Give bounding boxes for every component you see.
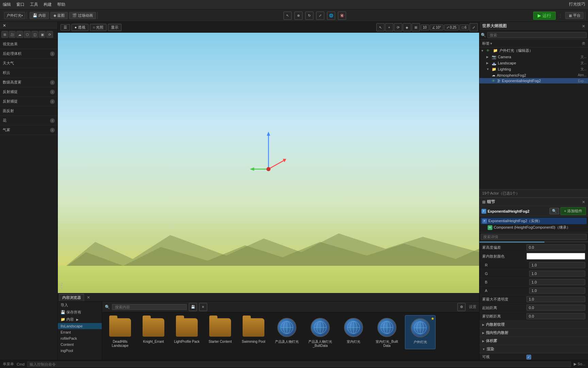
- section-volumetric-fog[interactable]: ▶ 体积雾: [479, 337, 588, 345]
- details-search-btn[interactable]: 🔍: [550, 208, 559, 214]
- menu-build[interactable]: 构建: [44, 2, 52, 7]
- select-tool-btn[interactable]: ↖: [283, 12, 292, 20]
- tree-atmospheric-fog[interactable]: ☁ AtmosphericFog2 Atm...: [479, 72, 588, 78]
- bottom-tab-close[interactable]: ✕: [86, 295, 91, 300]
- visible-checkbox[interactable]: ✓: [526, 355, 531, 359]
- outliner-close[interactable]: ✕: [582, 24, 585, 29]
- vp-camera-btn[interactable]: ◈: [403, 23, 411, 31]
- scale-val: 0.25: [450, 26, 456, 29]
- toolbar-blueprint-btn[interactable]: ◈ 蓝图: [50, 12, 68, 19]
- r-input[interactable]: [529, 262, 585, 268]
- vp-scale-val[interactable]: ⤢ 0.25: [444, 25, 459, 30]
- tree-item-content2[interactable]: Content: [58, 341, 102, 348]
- b-input[interactable]: [529, 279, 585, 285]
- tool-icon-7[interactable]: ⟳: [46, 31, 53, 38]
- vp-menu-btn[interactable]: ☰: [61, 24, 70, 31]
- fog-max-opacity-input[interactable]: [526, 296, 585, 302]
- menu-tools[interactable]: 工具: [30, 2, 38, 7]
- tree-landscape[interactable]: ▶ 🗻 Landscape 文...: [479, 60, 588, 66]
- tool-icon-4[interactable]: ⬡: [24, 31, 31, 38]
- tree-camera[interactable]: ▶ 📷 Camera 文...: [479, 54, 588, 60]
- comp-instance[interactable]: F ExponentialHeightFog2（实例）: [481, 218, 587, 224]
- menu-window[interactable]: 窗口: [16, 2, 24, 7]
- vp-snap-btn[interactable]: ⟳: [394, 23, 402, 31]
- a-input[interactable]: [529, 288, 585, 294]
- left-panel-close[interactable]: ✕: [3, 23, 6, 28]
- content-browser-tab[interactable]: 内容浏览器: [59, 294, 84, 301]
- file-item[interactable]: 室内灯光: [338, 315, 369, 349]
- tree-lighting[interactable]: ▼ 📁 Lighting 文...: [479, 66, 588, 72]
- vp-show-btn[interactable]: 显示: [108, 24, 121, 31]
- vp-lighting-btn[interactable]: ○ 光照: [90, 24, 107, 31]
- file-item[interactable]: DeadHills Landscape: [105, 315, 135, 349]
- fog-cutoff-input[interactable]: [526, 313, 585, 319]
- file-item[interactable]: 室内灯光_Built Data: [372, 315, 402, 349]
- tree-item-import[interactable]: 导入: [58, 302, 102, 309]
- reflection2-info[interactable]: i: [50, 99, 55, 104]
- vp-screen-val[interactable]: □ 6: [459, 25, 469, 30]
- vp-perspective-btn[interactable]: ● 透视: [71, 24, 88, 31]
- run-button[interactable]: ▶ 运行: [533, 12, 556, 20]
- menu-help[interactable]: 帮助: [57, 2, 65, 7]
- file-item[interactable]: Swimming Pool: [238, 315, 269, 349]
- section-render[interactable]: ▼ 渲染: [479, 345, 588, 353]
- platform-button[interactable]: 🖥 平台: [565, 12, 584, 19]
- snap-tool-btn[interactable]: 🔇: [338, 12, 346, 20]
- height-fog-info[interactable]: i: [50, 80, 55, 85]
- details-search-input[interactable]: [481, 234, 587, 240]
- section-inscatter-texture[interactable]: ▶ 内散射纹理: [479, 321, 588, 329]
- file-item[interactable]: ★ 户外灯光: [405, 315, 436, 349]
- g-input[interactable]: [529, 271, 585, 277]
- tree-item-save[interactable]: 💾 保存所有: [58, 309, 102, 316]
- vp-grid-btn[interactable]: ⊞: [412, 23, 420, 31]
- tree-item-errant[interactable]: Errant: [58, 329, 102, 335]
- toolbar-content-btn[interactable]: 💾 内容: [30, 12, 49, 19]
- tree-item-profilepack[interactable]: rofilePack: [58, 335, 102, 341]
- vp-maximize-btn[interactable]: ⤢: [470, 23, 478, 31]
- viewport[interactable]: ☰ ● 透视 ○ 光照 显示 ↖ + ⟳ ◈ ⊞ 10: [58, 22, 479, 293]
- save-content-btn[interactable]: 💾: [189, 303, 197, 311]
- reflection1-info[interactable]: i: [50, 90, 55, 94]
- filter-btn[interactable]: ≡: [199, 303, 207, 311]
- vp-select-btn[interactable]: ↖: [376, 23, 385, 31]
- post-process-info[interactable]: i: [50, 51, 55, 56]
- scale-tool-btn[interactable]: ⤢: [316, 12, 324, 20]
- start-distance-input[interactable]: [526, 305, 585, 311]
- menu-edit[interactable]: 编辑: [3, 2, 11, 7]
- vp-grid-val[interactable]: 10: [421, 25, 429, 30]
- console-input[interactable]: [27, 362, 571, 367]
- tree-item-ingpool[interactable]: ingPool: [58, 348, 102, 354]
- settings-btn[interactable]: ⚙: [457, 303, 466, 311]
- tool-icon-3[interactable]: ☁: [16, 31, 23, 38]
- vp-add-btn[interactable]: +: [385, 23, 393, 31]
- file-item[interactable]: 产品及人物灯光: [272, 315, 302, 349]
- tool-icon-6[interactable]: ▣: [39, 31, 46, 38]
- fog-inscatter-color-swatch[interactable]: [526, 253, 585, 260]
- section-directional-inscatter[interactable]: ▶ 指向性内散射: [479, 329, 588, 337]
- move-tool-btn[interactable]: ⊕: [294, 12, 303, 20]
- add-component-btn[interactable]: + 添加组件: [560, 207, 586, 215]
- tree-item-ilslandscape[interactable]: IlsLandscape: [58, 323, 102, 329]
- rotate-tool-btn[interactable]: ↻: [305, 12, 313, 20]
- details-close[interactable]: ✕: [582, 200, 585, 204]
- file-item[interactable]: LightProfile Pack: [172, 315, 202, 349]
- tool-icon-1[interactable]: ⊞: [1, 31, 8, 38]
- tool-icon-2[interactable]: 🎥: [9, 31, 16, 38]
- tree-root[interactable]: ▼ 👁 📁 户外灯光（编辑器）: [479, 47, 588, 54]
- world-tool-btn[interactable]: 🌐: [327, 12, 335, 20]
- search-content-input[interactable]: [112, 304, 187, 310]
- flower-info[interactable]: i: [50, 118, 55, 123]
- tool-icon-5[interactable]: ◫: [31, 31, 38, 38]
- fog-height-offset-input[interactable]: [526, 244, 585, 250]
- outliner-search-input[interactable]: [487, 32, 587, 38]
- tree-exponential-fog[interactable]: 👁 🌫 ExponentialHeightFog2 Exp...: [479, 78, 588, 83]
- tree-item-content[interactable]: 📁 内容 ▶: [58, 316, 102, 323]
- vp-angle-val[interactable]: ∠ 10°: [430, 25, 443, 30]
- tab-header[interactable]: 户外灯光•: [4, 12, 25, 19]
- file-item[interactable]: Knight_Errant: [138, 315, 169, 349]
- fog-info[interactable]: i: [50, 128, 55, 133]
- file-item[interactable]: Starter Content: [205, 315, 235, 349]
- file-item[interactable]: 产品及人物灯光_BultData: [305, 315, 336, 349]
- comp-component[interactable]: H Component (HeightFogComponent0)（继承）: [481, 224, 587, 231]
- toolbar-cinematic-btn[interactable]: 🎬 过场动画: [69, 12, 96, 19]
